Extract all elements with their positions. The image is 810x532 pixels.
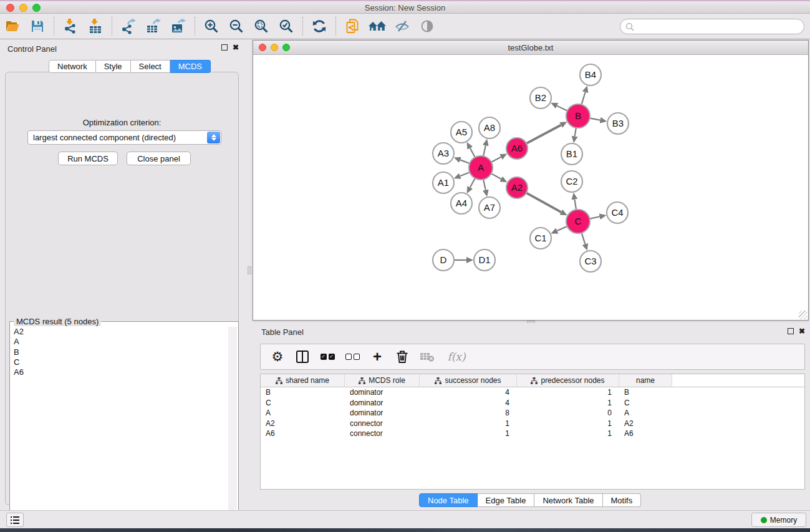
function-builder-icon[interactable]: f(x)	[444, 349, 469, 365]
graph-node-C1[interactable]: C1	[530, 228, 551, 249]
table-cell[interactable]: A2	[261, 418, 345, 429]
graph-edge[interactable]	[574, 200, 576, 210]
table-cell[interactable]: B	[619, 387, 672, 398]
graph-edge[interactable]	[483, 145, 486, 155]
zoom-out-icon[interactable]	[224, 16, 249, 37]
table-cell[interactable]: connector	[345, 418, 420, 429]
graph-node-C2[interactable]: C2	[561, 171, 582, 192]
graph-node-A6[interactable]: A6	[506, 138, 528, 159]
mcds-result-item[interactable]: B	[14, 347, 228, 357]
graph-node-C[interactable]: C	[566, 210, 590, 233]
contrast-eye-icon[interactable]	[415, 16, 440, 37]
graph-node-B2[interactable]: B2	[530, 87, 551, 109]
network-graph-canvas[interactable]: B4B2BB3A8A5A6A3B1AC2A1A2A4A7C4CC1C3DD1	[253, 55, 808, 320]
graph-edge[interactable]	[591, 118, 600, 120]
table-cell[interactable]	[672, 428, 804, 439]
graph-node-D1[interactable]: D1	[474, 249, 495, 271]
tab-node-table[interactable]: Node Table	[419, 493, 478, 507]
import-network-icon[interactable]	[58, 16, 83, 37]
table-cell[interactable]: B	[261, 387, 345, 398]
column-header-successor-nodes[interactable]: successor nodes	[420, 374, 517, 387]
criterion-dropdown[interactable]: largest connected component (directed)	[27, 130, 221, 145]
table-cell[interactable]: 1	[517, 398, 619, 409]
graph-edge[interactable]	[470, 179, 475, 188]
zoom-fit-icon[interactable]	[249, 16, 274, 37]
table-row[interactable]: Adominator80A	[261, 408, 804, 418]
refresh-icon[interactable]	[307, 16, 332, 37]
tab-style[interactable]: Style	[96, 60, 131, 73]
graph-node-D[interactable]: D	[433, 249, 454, 271]
tab-edge-table[interactable]: Edge Table	[478, 493, 535, 507]
table-cell[interactable]: dominator	[345, 408, 420, 418]
table-cell[interactable]: C	[261, 398, 345, 409]
table-cell[interactable]: dominator	[345, 387, 420, 398]
zoom-selected-icon[interactable]	[274, 16, 299, 37]
table-cell[interactable]	[672, 398, 804, 409]
copy-network-icon[interactable]	[340, 16, 365, 37]
graph-node-A5[interactable]: A5	[451, 122, 472, 143]
search-field[interactable]	[620, 19, 804, 34]
hide-eye-icon[interactable]	[390, 16, 415, 37]
delete-table-icon[interactable]	[419, 349, 435, 365]
table-cell[interactable]: 1	[420, 418, 517, 429]
table-cell[interactable]: 4	[420, 387, 517, 398]
graph-edge[interactable]	[527, 193, 561, 212]
graph-node-B[interactable]: B	[566, 104, 590, 128]
homes-icon[interactable]	[365, 16, 390, 37]
table-cell[interactable]: connector	[345, 428, 420, 439]
run-mcds-button[interactable]: Run MCDS	[58, 152, 118, 165]
tab-network[interactable]: Network	[49, 60, 96, 73]
search-input[interactable]	[634, 22, 804, 31]
graph-edge[interactable]	[470, 148, 475, 157]
graph-edge[interactable]	[527, 125, 561, 143]
graph-node-B3[interactable]: B3	[607, 113, 629, 134]
table-cell[interactable]: 1	[517, 418, 619, 429]
tab-network-table[interactable]: Network Table	[534, 493, 602, 507]
mcds-result-item[interactable]: A6	[14, 367, 228, 377]
graph-edge[interactable]	[575, 128, 576, 137]
graph-edge[interactable]	[582, 233, 585, 244]
table-row[interactable]: Cdominator41C	[261, 398, 804, 409]
table-cell[interactable]: 0	[517, 408, 619, 418]
close-panel-icon[interactable]: ✖	[233, 44, 239, 51]
graph-node-A4[interactable]: A4	[451, 193, 472, 214]
export-network-icon[interactable]	[116, 16, 141, 37]
mcds-result-item[interactable]: C	[14, 357, 228, 367]
table-cell[interactable]: A	[619, 408, 672, 418]
float-panel-icon[interactable]	[221, 44, 228, 51]
mcds-result-scrollbar[interactable]	[228, 327, 237, 530]
graph-edge[interactable]	[557, 106, 567, 111]
mcds-result-item[interactable]: A	[14, 337, 228, 347]
table-cell[interactable]: A	[261, 408, 345, 418]
graph-node-A[interactable]: A	[469, 156, 493, 180]
deselect-all-icon[interactable]: ✓✓	[344, 349, 360, 365]
graph-node-A2[interactable]: A2	[506, 177, 528, 198]
graph-node-A3[interactable]: A3	[433, 143, 454, 164]
table-cell[interactable]: A6	[261, 428, 345, 439]
graph-edge[interactable]	[582, 92, 586, 104]
column-header-name[interactable]: name	[619, 374, 672, 387]
float-panel-icon[interactable]	[788, 328, 794, 334]
table-cell[interactable]	[672, 418, 804, 429]
table-cell[interactable]: 8	[420, 408, 517, 418]
graph-edge[interactable]	[492, 157, 501, 162]
network-window-titlebar[interactable]: testGlobe.txt	[253, 41, 808, 55]
column-header-predecessor-nodes[interactable]: predecessor nodes	[517, 374, 619, 387]
tab-mcds[interactable]: MCDS	[170, 60, 211, 73]
graph-node-C4[interactable]: C4	[607, 202, 628, 223]
column-header-shared-name[interactable]: shared name	[261, 374, 345, 387]
export-image-icon[interactable]	[166, 16, 191, 37]
table-cell[interactable]	[672, 408, 804, 418]
columns-icon[interactable]	[294, 349, 311, 365]
gear-icon[interactable]: ⚙	[269, 349, 286, 365]
add-column-icon[interactable]: +	[369, 349, 385, 365]
table-cell[interactable]: dominator	[345, 398, 420, 409]
table-cell[interactable]: 1	[517, 387, 619, 398]
close-panel-icon[interactable]: ✖	[799, 328, 805, 334]
graph-edge[interactable]	[591, 216, 600, 218]
graph-edge[interactable]	[492, 174, 501, 179]
graph-node-B1[interactable]: B1	[561, 143, 582, 165]
graph-edge[interactable]	[460, 160, 469, 163]
tab-select[interactable]: Select	[131, 60, 170, 73]
window-resize-grip[interactable]	[799, 311, 808, 319]
